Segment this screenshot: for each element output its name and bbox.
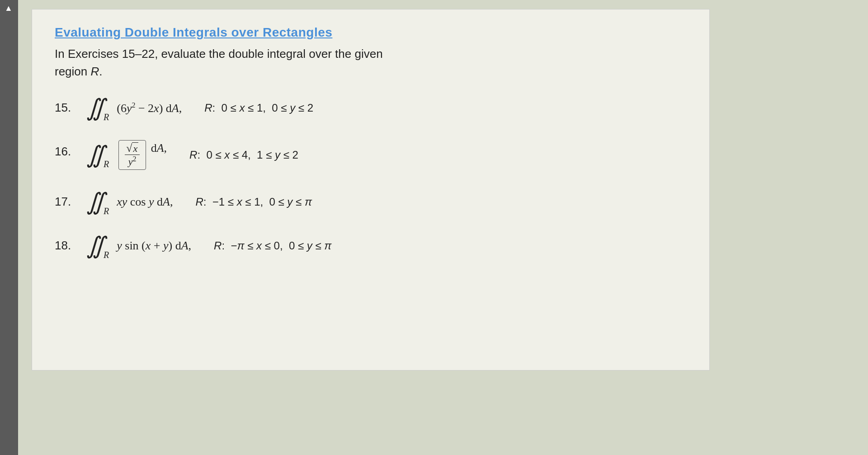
double-integral-symbol: ∬ (86, 190, 105, 214)
integral-container: ∬ R y sin (x + y) dA, (86, 234, 191, 258)
integral-subscript: R (104, 206, 109, 216)
region-16: R: 0 ≤ x ≤ 4, 1 ≤ y ≤ 2 (189, 149, 298, 161)
fraction-16: √x y2 (125, 142, 140, 168)
exercise-body: ∬ R y sin (x + y) dA, R: −π ≤ x ≤ 0, 0 ≤… (86, 234, 331, 258)
integrand-17: xy cos y dA, (117, 195, 173, 209)
exercise-body: ∬ R xy cos y dA, R: −1 ≤ x ≤ 1, 0 ≤ y ≤ … (86, 190, 312, 214)
integrand-16: √x y2 dA, (117, 140, 167, 170)
sqrt-symbol: √ (126, 142, 132, 155)
list-item: 15. ∬ R (6y2 − 2x) dA, R: 0 ≤ x ≤ 1, 0 ≤… (55, 96, 687, 120)
integrand-15: (6y2 − 2x) dA, (117, 101, 182, 115)
list-item: 18. ∬ R y sin (x + y) dA, R: −π ≤ x ≤ 0,… (55, 234, 687, 258)
intro-text: In Exercises 15–22, evaluate the double … (55, 45, 687, 80)
integral-subscript: R (104, 159, 109, 169)
main-content: Evaluating Double Integrals over Rectang… (18, 0, 868, 455)
list-item: 17. ∬ R xy cos y dA, R: −1 ≤ x ≤ 1, 0 ≤ … (55, 190, 687, 214)
double-integral-symbol: ∬ (86, 234, 105, 258)
section-title: Evaluating Double Integrals over Rectang… (55, 25, 687, 40)
content-box: Evaluating Double Integrals over Rectang… (32, 9, 710, 371)
denominator-16: y2 (127, 155, 138, 168)
integral-container: ∬ R xy cos y dA, (86, 190, 173, 214)
exercise-number: 17. (55, 190, 86, 209)
exercise-number: 15. (55, 96, 86, 115)
double-integral-symbol: ∬ (86, 143, 105, 167)
left-sidebar: ▲ (0, 0, 18, 455)
region-15: R: 0 ≤ x ≤ 1, 0 ≤ y ≤ 2 (204, 102, 313, 114)
sqrt-16: √x (126, 142, 138, 155)
arrow-icon: ▲ (5, 4, 13, 13)
numerator-16: √x (125, 142, 140, 155)
sqrt-content: x (132, 142, 138, 155)
exercise-number: 16. (55, 140, 86, 159)
list-item: 16. ∬ R √x (55, 140, 687, 170)
exercise-body: ∬ R (6y2 − 2x) dA, R: 0 ≤ x ≤ 1, 0 ≤ y ≤… (86, 96, 313, 120)
integral-container: ∬ R (6y2 − 2x) dA, (86, 96, 182, 120)
integral-container: ∬ R √x y2 (86, 140, 167, 170)
exercise-body: ∬ R √x y2 (86, 140, 298, 170)
integrand-18: y sin (x + y) dA, (117, 239, 191, 253)
integral-subscript: R (104, 250, 109, 260)
region-17: R: −1 ≤ x ≤ 1, 0 ≤ y ≤ π (195, 196, 312, 208)
exercise-list: 15. ∬ R (6y2 − 2x) dA, R: 0 ≤ x ≤ 1, 0 ≤… (55, 96, 687, 258)
double-integral-symbol: ∬ (86, 96, 105, 120)
integral-subscript: R (104, 112, 109, 122)
region-18: R: −π ≤ x ≤ 0, 0 ≤ y ≤ π (214, 239, 331, 252)
exercise-number: 18. (55, 234, 86, 253)
